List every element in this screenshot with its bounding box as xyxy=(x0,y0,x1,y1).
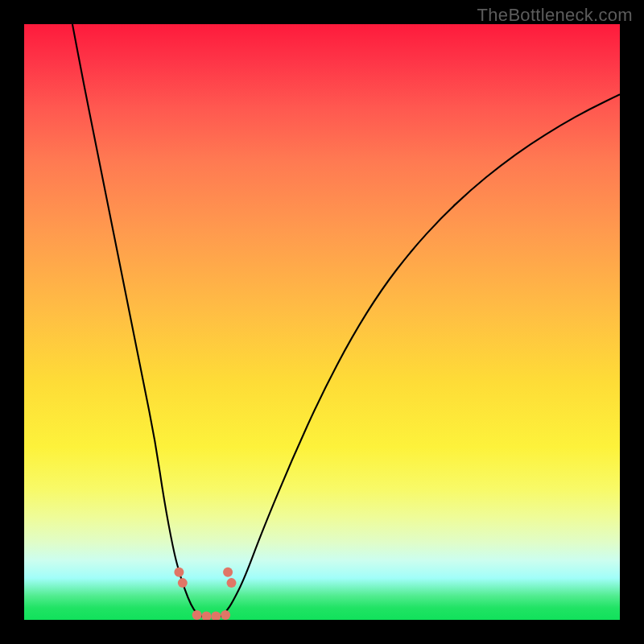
chart-markers xyxy=(174,568,236,620)
chart-svg xyxy=(24,24,620,620)
chart-marker xyxy=(227,578,237,588)
chart-marker xyxy=(211,612,221,620)
plot-area xyxy=(24,24,620,620)
chart-marker xyxy=(201,612,211,620)
chart-marker xyxy=(192,610,202,620)
right-curve-line xyxy=(221,94,620,617)
watermark-text: TheBottleneck.com xyxy=(477,5,633,26)
chart-marker xyxy=(221,610,230,620)
left-curve-line xyxy=(72,24,203,617)
chart-outer-frame: TheBottleneck.com xyxy=(0,0,644,644)
chart-marker xyxy=(223,568,233,577)
chart-marker xyxy=(178,578,188,588)
chart-marker xyxy=(174,568,184,577)
